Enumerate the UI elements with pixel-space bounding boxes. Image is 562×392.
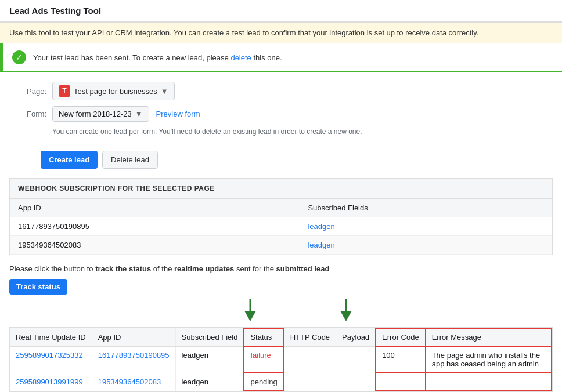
rtu-cell-http bbox=[284, 373, 336, 391]
rtu-cell-id: 2595899013991999 bbox=[10, 373, 92, 391]
arrow-annotations bbox=[9, 299, 553, 322]
rtu-cell-payload bbox=[336, 346, 376, 373]
success-banner: ✓ Your test lead has been sent. To creat… bbox=[0, 43, 562, 72]
rtu-col-errmsg: Error Message bbox=[426, 328, 552, 346]
rtu-col-field: Subscribed Field bbox=[175, 328, 244, 346]
description-text: Use this tool to test your API or CRM in… bbox=[9, 28, 478, 37]
webhook-row: 16177893750190895 leadgen bbox=[10, 217, 552, 236]
webhook-cell-fields: leadgen bbox=[300, 217, 552, 236]
form-selector[interactable]: New form 2018-12-23 ▼ bbox=[52, 106, 149, 122]
webhook-col-fields: Subscribed Fields bbox=[300, 199, 552, 217]
status-arrow-svg bbox=[242, 299, 259, 321]
page-dropdown-arrow: ▼ bbox=[161, 87, 168, 96]
page-row: Page: T Test page for buisnesses ▼ bbox=[12, 82, 550, 100]
rtu-table-wrapper[interactable]: Real Time Update ID App ID Subscribed Fi… bbox=[9, 327, 553, 392]
success-icon: ✓ bbox=[12, 50, 26, 64]
rtu-cell-payload bbox=[336, 373, 376, 391]
rtu-cell-appid: 16177893750190895 bbox=[92, 346, 175, 373]
track-status-button[interactable]: Track status bbox=[9, 279, 67, 295]
webhook-table: App ID Subscribed Fields 161778937501908… bbox=[10, 199, 552, 255]
rtu-cell-http bbox=[284, 346, 336, 373]
webhook-header: WEBHOOK SUBSCRIPTION FOR THE SELECTED PA… bbox=[10, 179, 552, 199]
form-label: Form: bbox=[12, 110, 46, 118]
svg-marker-3 bbox=[340, 311, 352, 321]
preview-form-link[interactable]: Preview form bbox=[156, 110, 200, 118]
rtu-cell-status: failure bbox=[244, 346, 283, 373]
page-title: Lead Ads Testing Tool bbox=[9, 6, 101, 16]
form-value: New form 2018-12-23 bbox=[59, 110, 132, 118]
webhook-row: 195349364502083 leadgen bbox=[10, 236, 552, 255]
rtu-cell-id: 2595899017325332 bbox=[10, 346, 92, 373]
rtu-row: 2595899013991999 195349364502083 leadgen… bbox=[10, 373, 552, 391]
page-icon: T bbox=[59, 85, 70, 97]
webhook-cell-appid: 16177893750190895 bbox=[10, 217, 300, 236]
form-section: Page: T Test page for buisnesses ▼ Form:… bbox=[0, 72, 562, 145]
success-text-before: Your test lead has been sent. To create … bbox=[33, 53, 230, 62]
rtu-cell-field: leadgen bbox=[175, 346, 244, 373]
rtu-col-status: Status bbox=[244, 328, 283, 346]
rtu-col-payload: Payload bbox=[336, 328, 376, 346]
rtu-table: Real Time Update ID App ID Subscribed Fi… bbox=[10, 328, 552, 391]
status-arrow bbox=[242, 299, 259, 321]
svg-marker-1 bbox=[244, 311, 256, 321]
success-text-after: this one. bbox=[251, 53, 282, 62]
delete-lead-button[interactable]: Delete lead bbox=[102, 151, 158, 169]
description-bar: Use this tool to test your API or CRM in… bbox=[0, 23, 562, 43]
rtu-cell-appid: 195349364502083 bbox=[92, 373, 175, 391]
rtu-cell-errcode: 100 bbox=[376, 346, 426, 373]
rtu-cell-field: leadgen bbox=[175, 373, 244, 391]
success-text: Your test lead has been sent. To create … bbox=[33, 53, 282, 62]
rtu-cell-errmsg: The page admin who installs the app has … bbox=[426, 346, 552, 373]
error-arrow bbox=[337, 299, 355, 321]
rtu-cell-errmsg bbox=[426, 373, 552, 391]
webhook-cell-fields: leadgen bbox=[300, 236, 552, 255]
error-arrow-svg bbox=[337, 299, 355, 321]
rtu-col-errcode: Error Code bbox=[376, 328, 426, 346]
create-lead-button[interactable]: Create lead bbox=[41, 151, 98, 169]
webhook-cell-appid: 195349364502083 bbox=[10, 236, 300, 255]
delete-link[interactable]: delete bbox=[230, 53, 251, 62]
rtu-cell-errcode bbox=[376, 373, 426, 391]
track-section: Please click the button to track the sta… bbox=[0, 264, 562, 299]
form-note: You can create one lead per form. You'll… bbox=[52, 128, 550, 136]
rtu-cell-status: pending bbox=[244, 373, 283, 391]
page-label: Page: bbox=[12, 87, 46, 96]
rtu-col-http: HTTP Code bbox=[284, 328, 336, 346]
form-dropdown-arrow: ▼ bbox=[135, 110, 143, 118]
action-buttons: Create lead Delete lead bbox=[0, 145, 562, 178]
page-selector[interactable]: T Test page for buisnesses ▼ bbox=[52, 82, 175, 100]
track-description: Please click the button to track the sta… bbox=[9, 264, 553, 273]
webhook-section: WEBHOOK SUBSCRIPTION FOR THE SELECTED PA… bbox=[9, 178, 553, 255]
rtu-col-appid: App ID bbox=[92, 328, 175, 346]
page-value: Test page for buisnesses bbox=[74, 87, 157, 96]
page-header: Lead Ads Testing Tool bbox=[0, 0, 562, 22]
rtu-row: 2595899017325332 16177893750190895 leadg… bbox=[10, 346, 552, 373]
form-row: Form: New form 2018-12-23 ▼ Preview form bbox=[12, 106, 550, 122]
rtu-col-id: Real Time Update ID bbox=[10, 328, 92, 346]
webhook-col-appid: App ID bbox=[10, 199, 300, 217]
